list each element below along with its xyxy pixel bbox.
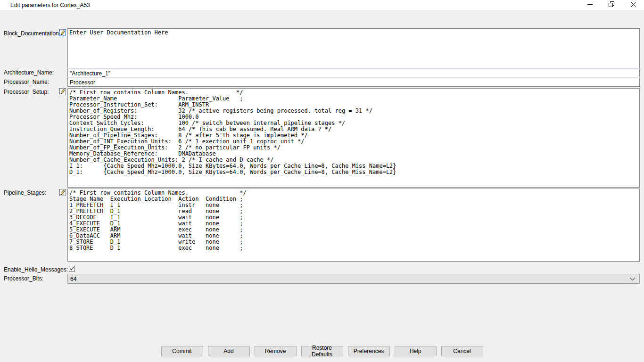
titlebar: Edit parameters for Cortex_A53 — [0, 0, 644, 10]
preferences-button[interactable]: Preferences — [348, 346, 390, 356]
processor-setup-textarea[interactable]: /* First row contains Column Names. */ P… — [67, 88, 640, 188]
checkmark-icon — [69, 266, 74, 272]
pipeline-stages-edit-button[interactable] — [59, 189, 66, 196]
processor-bits-label: Processor_Bits: — [4, 275, 43, 282]
window-title: Edit parameters for Cortex_A53 — [10, 2, 90, 8]
processor-setup-label: Processor_Setup: — [4, 89, 49, 95]
pipeline-stages-text: /* First row contains Column Names. */ S… — [68, 189, 639, 252]
block-documentation-edit-button[interactable] — [59, 29, 66, 36]
help-button[interactable]: Help — [395, 346, 437, 356]
architecture-name-input[interactable]: "Architecture_1" — [67, 69, 640, 77]
minimize-button[interactable] — [579, 0, 601, 10]
remove-button[interactable]: Remove — [255, 346, 297, 356]
architecture-name-label: Architecture_Name: — [4, 69, 54, 76]
window-controls — [579, 0, 644, 10]
chevron-down-icon — [629, 276, 636, 282]
architecture-name-value: "Architecture_1" — [68, 69, 639, 78]
block-documentation-textarea[interactable]: Enter User Documentation Here — [67, 28, 640, 68]
enable-hello-messages-checkbox[interactable] — [69, 266, 75, 272]
processor-name-label: Processor_Name: — [4, 79, 49, 85]
pencil-edit-icon — [59, 29, 66, 37]
processor-name-input[interactable]: Processor — [67, 78, 640, 87]
add-button[interactable]: Add — [208, 346, 250, 356]
restore-defaults-button[interactable]: Restore Defaults — [301, 346, 343, 356]
processor-name-value: Processor — [68, 78, 639, 87]
block-documentation-label: Block_Documentation: — [4, 30, 60, 37]
pencil-edit-icon — [59, 189, 66, 197]
pipeline-stages-textarea[interactable]: /* First row contains Column Names. */ S… — [67, 189, 640, 262]
cancel-button[interactable]: Cancel — [441, 346, 483, 356]
processor-bits-dropdown[interactable]: 64 — [67, 274, 640, 284]
pipeline-stages-label: Pipeline_Stages: — [4, 189, 46, 196]
minimize-icon — [587, 2, 593, 8]
restore-button[interactable] — [601, 0, 622, 10]
commit-button[interactable]: Commit — [161, 346, 203, 356]
enable-hello-messages-label: Enable_Hello_Messages: — [4, 266, 68, 273]
close-button[interactable] — [622, 0, 644, 10]
processor-setup-edit-button[interactable] — [59, 88, 66, 95]
pencil-edit-icon — [59, 88, 66, 96]
block-documentation-text: Enter User Documentation Here — [68, 29, 639, 37]
processor-setup-text: /* First row contains Column Names. */ P… — [68, 89, 639, 176]
dialog-button-row: Commit Add Remove Restore Defaults Prefe… — [0, 346, 644, 356]
close-icon — [631, 2, 636, 8]
restore-icon — [609, 1, 614, 8]
processor-bits-value: 64 — [70, 276, 76, 282]
edit-parameters-dialog: Edit parameters for Cortex_A53 — [0, 0, 644, 362]
